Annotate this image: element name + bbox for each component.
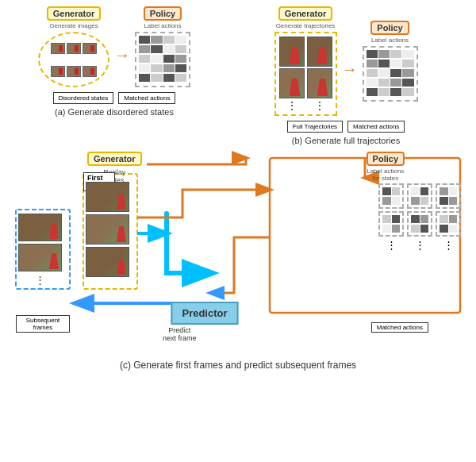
matched-actions-label-c: Matched actions <box>371 322 428 333</box>
panel-a-policy: Policy Label actions <box>135 6 190 87</box>
thumb-2 <box>67 43 81 54</box>
frame-ff-3 <box>86 247 129 277</box>
panel-a-generator: Generator Generate images <box>38 6 109 87</box>
policy-c-area: Policy Label actionsfor states <box>367 152 405 182</box>
thumb-6 <box>83 66 97 77</box>
predict-next-frame-label: Predictnext frame <box>163 326 197 342</box>
traj-img-2 <box>279 68 305 98</box>
dots-r1: ⋮ <box>378 239 404 251</box>
action-grid-r2 <box>378 211 404 237</box>
panel-a: Generator Generate images → <box>19 6 209 145</box>
frame-sf-dots: ⋮ <box>18 274 62 286</box>
traj-dots-1: ⋮ <box>279 100 305 111</box>
policy-c-label: Policy <box>367 152 405 166</box>
thumb-1 <box>51 43 65 54</box>
bottom-section: Generator Replay states Firstframes Subs <box>6 148 470 371</box>
arrow-a: → <box>114 46 130 64</box>
action-label-a: Matched actions <box>118 92 175 104</box>
frame-ff-2 <box>86 214 129 244</box>
frame-sf-2 <box>18 244 62 271</box>
subsequent-frames-col: ⋮ <box>18 214 62 286</box>
action-label-b: Matched actions <box>347 121 405 133</box>
dots-r3: ⋮ <box>436 239 461 251</box>
action-grid-r4 <box>407 211 432 237</box>
action-col-2: ⋮ <box>407 183 432 251</box>
traj-col-1: ⋮ <box>279 37 305 111</box>
generator-a-circle <box>38 32 109 87</box>
right-action-cols: ⋮ ⋮ <box>375 180 464 254</box>
state-label-b: Full Trajectories <box>287 121 343 133</box>
policy-b-sublabel: Label actions <box>371 37 409 44</box>
panel-c-caption: (c) Generate first frames and predict su… <box>6 360 470 371</box>
thumb-4 <box>51 66 65 77</box>
action-grid-r1 <box>378 183 404 209</box>
policy-a-grid <box>135 32 190 87</box>
caption-area-b: Full Trajectories Matched actions <box>287 118 405 133</box>
panel-a-content: Generator Generate images → <box>38 6 190 87</box>
panel-a-caption: (a) Generate disordered states <box>55 107 174 117</box>
arrow-b: → <box>342 60 358 79</box>
caption-area-a: Disordered states Matched actions <box>53 90 176 104</box>
main-container: Generator Generate images → <box>0 0 476 462</box>
traj-img-3 <box>307 37 332 67</box>
panel-b-policy: Policy Label actions <box>363 21 418 102</box>
panel-b: Generator Generate trajectories ⋮ ⋮ <box>235 6 457 145</box>
generator-a-label: Generator <box>47 6 102 21</box>
frame-ff-1 <box>86 182 129 212</box>
state-label-a: Disordered states <box>53 92 114 104</box>
traj-dots-2: ⋮ <box>307 100 332 111</box>
action-grid-r3 <box>407 183 432 209</box>
panel-c-diagram: Generator Replay states Firstframes Subs <box>8 150 468 356</box>
traj-img-4 <box>307 68 332 98</box>
policy-b-label: Policy <box>370 21 409 35</box>
generator-b-label: Generator <box>278 6 333 21</box>
subsequent-frames-label: Subsequent frames <box>16 315 70 333</box>
predictor-box: Predictor <box>171 302 238 325</box>
panel-b-generator: Generator Generate trajectories ⋮ ⋮ <box>274 6 337 116</box>
action-col-3: ⋮ <box>436 183 461 251</box>
panel-b-content: Generator Generate trajectories ⋮ ⋮ <box>274 6 418 116</box>
thumb-5 <box>67 66 81 77</box>
top-row: Generator Generate images → <box>6 6 470 145</box>
first-frames-col <box>86 182 129 277</box>
generator-c-label: Generator <box>87 152 142 166</box>
action-grid-r6 <box>436 211 461 237</box>
generator-a-sublabel: Generate images <box>49 22 98 29</box>
traj-col-2: ⋮ <box>307 37 332 111</box>
dots-r2: ⋮ <box>407 239 432 251</box>
frame-sf-1 <box>18 214 62 241</box>
generator-b-sublabel: Generate trajectories <box>276 22 336 29</box>
policy-a-sublabel: Label actions <box>144 22 181 29</box>
traj-img-1 <box>279 37 305 67</box>
action-col-1: ⋮ <box>378 183 404 251</box>
predictor-label: Predictor <box>171 302 238 325</box>
policy-b-grid <box>363 46 418 102</box>
panel-b-caption: (b) Generate full trajectories <box>292 136 400 145</box>
action-grid-r5 <box>436 183 461 209</box>
policy-a-label: Policy <box>144 6 182 21</box>
generator-b-traj: ⋮ ⋮ <box>274 32 337 116</box>
thumb-3 <box>83 43 97 54</box>
